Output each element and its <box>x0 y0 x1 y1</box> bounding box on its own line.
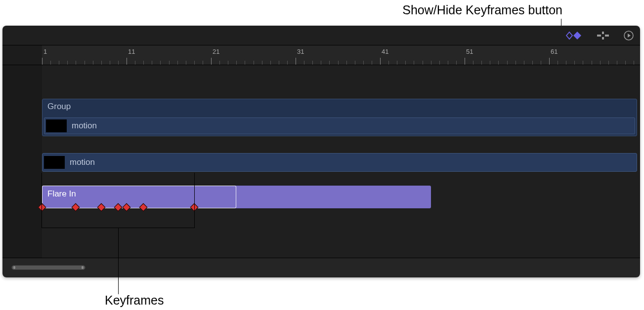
ruler-minor-tick <box>524 61 524 65</box>
svg-rect-3 <box>602 37 604 39</box>
ruler-minor-tick <box>600 61 601 65</box>
ruler-minor-tick <box>490 61 490 65</box>
ruler-minor-tick <box>118 61 119 65</box>
ruler-minor-tick <box>372 61 372 65</box>
play-circle-icon <box>623 30 634 41</box>
ruler-minor-tick <box>625 61 626 65</box>
ruler-minor-tick <box>203 61 203 65</box>
ruler-minor-tick <box>397 61 397 65</box>
ruler-minor-tick <box>592 61 592 65</box>
ruler-minor-tick <box>254 61 254 65</box>
ruler-minor-tick <box>414 61 414 65</box>
ruler-major-tick <box>127 58 127 65</box>
ruler-major-tick <box>296 58 296 65</box>
ruler-minor-tick <box>270 61 271 65</box>
ruler-major-tick <box>465 58 465 65</box>
ruler-minor-tick <box>566 61 566 65</box>
ruler-minor-tick <box>262 61 262 65</box>
ruler-minor-tick <box>67 61 68 65</box>
ruler-minor-tick <box>617 61 617 65</box>
ruler-minor-tick <box>110 61 110 65</box>
ruler-minor-tick <box>346 61 347 65</box>
ruler-tick-label: 41 <box>382 48 388 55</box>
ruler-minor-tick <box>583 61 583 65</box>
group-track[interactable]: Group motion <box>42 99 637 136</box>
ruler-minor-tick <box>355 61 355 65</box>
ruler-major-tick <box>380 58 381 65</box>
ruler-tick-label: 21 <box>213 48 219 55</box>
ruler-minor-tick <box>177 61 178 65</box>
ruler-major-tick <box>549 58 550 65</box>
ruler-minor-tick <box>439 61 440 65</box>
ruler-minor-tick <box>456 61 457 65</box>
media-thumbnail <box>44 156 65 169</box>
ruler-tick-label: 61 <box>551 48 558 55</box>
ruler-minor-tick <box>279 61 279 65</box>
motion-track[interactable]: motion <box>42 153 637 172</box>
ruler-minor-tick <box>93 61 93 65</box>
ruler-minor-tick <box>574 61 575 65</box>
tracks-area: Group motion motion Flare In <box>2 65 640 258</box>
group-title-label: Group <box>47 102 71 112</box>
ruler-minor-tick <box>169 61 170 65</box>
ruler-minor-tick <box>236 61 237 65</box>
ruler-minor-tick <box>304 61 304 65</box>
ruler-minor-tick <box>608 61 609 65</box>
ruler-minor-tick <box>85 61 85 65</box>
show-hide-keyframes-button[interactable] <box>565 31 583 40</box>
ruler-minor-tick <box>558 61 558 65</box>
keyframes-toggle-icon <box>565 31 583 40</box>
ruler-minor-tick <box>338 61 339 65</box>
annotation-bottom-label: Keyframes <box>105 293 164 308</box>
svg-rect-1 <box>605 35 609 37</box>
ruler-minor-tick <box>532 61 533 65</box>
ruler-minor-tick <box>423 61 423 65</box>
ruler-minor-tick <box>59 61 59 65</box>
ruler-minor-tick <box>228 61 228 65</box>
ruler-tick-label: 1 <box>43 48 47 55</box>
svg-rect-0 <box>597 35 601 37</box>
ruler-minor-tick <box>405 61 406 65</box>
ruler-minor-tick <box>152 61 152 65</box>
ruler-major-tick <box>211 58 212 65</box>
ruler-minor-tick <box>634 61 634 65</box>
ruler-minor-tick <box>431 61 431 65</box>
ruler-minor-tick <box>312 61 313 65</box>
media-thumbnail <box>46 119 67 132</box>
snapping-button[interactable] <box>596 31 610 40</box>
ruler-minor-tick <box>473 61 473 65</box>
ruler-minor-tick <box>388 61 389 65</box>
playback-menu-button[interactable] <box>623 30 634 41</box>
tracks-left-gutter <box>2 65 42 258</box>
ruler-minor-tick <box>160 61 161 65</box>
ruler-tick-label: 11 <box>128 48 135 55</box>
ruler-minor-tick <box>541 61 541 65</box>
ruler-minor-tick <box>186 61 186 65</box>
ruler-major-tick <box>42 58 43 65</box>
group-media-bar[interactable]: motion <box>44 117 635 134</box>
annotation-top-label: Show/Hide Keyframes button <box>402 3 562 17</box>
scrollbar-handle-right[interactable] <box>82 266 84 269</box>
ruler-minor-tick <box>135 61 135 65</box>
ruler-minor-tick <box>194 61 195 65</box>
timeline-footer <box>2 258 640 277</box>
ruler-tick-label: 31 <box>297 48 304 55</box>
annotation-bracket-stem <box>118 228 119 294</box>
horizontal-scrollbar[interactable] <box>11 265 86 270</box>
ruler-minor-tick <box>219 61 220 65</box>
ruler-minor-tick <box>101 61 102 65</box>
annotation-bracket <box>42 173 195 228</box>
ruler-minor-tick <box>329 61 330 65</box>
motion-track-label: motion <box>70 157 95 167</box>
scrollbar-handle-left[interactable] <box>13 266 15 269</box>
ruler-minor-tick <box>498 61 499 65</box>
ruler-minor-tick <box>50 61 51 65</box>
ruler-minor-tick <box>515 61 516 65</box>
timeline-toolbar <box>2 26 640 45</box>
timeline-ruler[interactable]: 1112131415161 <box>2 45 640 65</box>
ruler-minor-tick <box>481 61 482 65</box>
ruler-minor-tick <box>448 61 448 65</box>
ruler-minor-tick <box>76 61 76 65</box>
ruler-minor-tick <box>245 61 245 65</box>
ruler-minor-tick <box>507 61 508 65</box>
